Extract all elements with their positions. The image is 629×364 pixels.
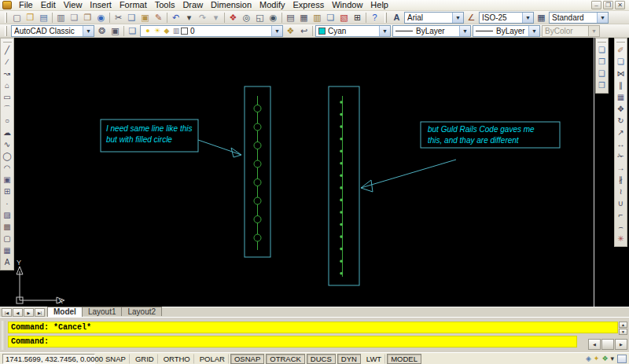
paste-icon[interactable]: ▣: [138, 12, 152, 24]
zoom-realtime-icon[interactable]: ◎: [240, 12, 253, 24]
move-icon[interactable]: ✥: [615, 103, 627, 115]
revcloud-icon[interactable]: ☁: [2, 127, 13, 138]
chevron-down-icon[interactable]: ▼: [452, 13, 463, 23]
toolbar-grip[interactable]: [616, 41, 625, 42]
toggle-dyn[interactable]: DYN: [337, 354, 361, 364]
coordinates-readout[interactable]: 1741.5699, 432.7456, 0.0000: [2, 354, 95, 364]
chamfer-icon[interactable]: ⌐: [615, 209, 627, 221]
copy-object-icon[interactable]: ❏: [615, 56, 627, 68]
trim-icon[interactable]: ✁: [615, 150, 627, 162]
ellipse-arc-icon[interactable]: ◠: [2, 162, 13, 174]
spline-icon[interactable]: ∿: [2, 138, 13, 150]
scroll-up-icon[interactable]: ▲: [619, 322, 627, 328]
break-at-point-icon[interactable]: ∦: [615, 174, 627, 186]
tool-palettes-icon[interactable]: ▥: [311, 12, 324, 24]
rotate-icon[interactable]: ↻: [615, 115, 627, 127]
toolbar-grip[interactable]: [3, 41, 12, 42]
toggle-osnap[interactable]: OSNAP: [230, 354, 264, 364]
chevron-down-icon[interactable]: ▼: [271, 26, 282, 36]
menu-file[interactable]: File: [15, 0, 37, 10]
array-icon[interactable]: ▦: [615, 91, 627, 103]
scale-icon[interactable]: ↗: [615, 127, 627, 138]
plot-preview-icon[interactable]: ❏: [68, 12, 81, 24]
menu-draw[interactable]: Draw: [178, 0, 207, 10]
toolbar-grip[interactable]: [5, 13, 7, 23]
bring-to-front-icon[interactable]: ❏: [596, 44, 608, 56]
layer-plot-icon[interactable]: ▥: [171, 26, 181, 35]
scroll-left-icon[interactable]: ◀: [588, 339, 601, 350]
toolbar-grip[interactable]: [384, 13, 387, 23]
my-workspace-icon[interactable]: ▣: [109, 25, 122, 37]
table-style-combo[interactable]: Standard ▼: [549, 12, 609, 24]
tray-menu-arrow[interactable]: ▾: [610, 355, 614, 362]
offset-icon[interactable]: ∥: [615, 79, 627, 91]
polyline-icon[interactable]: ↝: [2, 68, 13, 79]
mirror-icon[interactable]: ⋈: [615, 68, 627, 79]
tab-next-button[interactable]: ▶: [24, 308, 34, 317]
toggle-polar[interactable]: POLAR: [196, 354, 229, 364]
quickcalc-icon[interactable]: ⊞: [351, 12, 364, 24]
gradient-icon[interactable]: ▩: [2, 221, 13, 233]
mtext-icon[interactable]: A: [2, 256, 13, 268]
menu-tools[interactable]: Tools: [151, 0, 179, 10]
zoom-previous-icon[interactable]: ◉: [267, 12, 280, 24]
restore-button[interactable]: ❐: [603, 1, 613, 9]
menu-view[interactable]: View: [60, 0, 86, 10]
polygon-icon[interactable]: ⌂: [2, 79, 13, 91]
workspace-settings-icon[interactable]: ❂: [95, 25, 109, 37]
match-properties-icon[interactable]: ✎: [152, 12, 165, 24]
region-icon[interactable]: ▢: [2, 233, 13, 245]
make-object-layer-current-icon[interactable]: ❖: [284, 25, 297, 37]
color-combo[interactable]: Cyan ▼: [315, 25, 391, 37]
table-icon[interactable]: ▦: [2, 245, 13, 256]
scroll-thumb[interactable]: [601, 339, 614, 350]
toggle-lwt[interactable]: LWT: [362, 354, 385, 364]
plot-icon[interactable]: ▥: [54, 12, 68, 24]
text-style-icon[interactable]: A: [390, 12, 403, 24]
command-input-line[interactable]: Command:: [8, 336, 577, 347]
designcenter-icon[interactable]: ▦: [297, 12, 311, 24]
rectangle-icon[interactable]: ▭: [2, 91, 13, 103]
command-splitter[interactable]: [2, 321, 6, 350]
stretch-icon[interactable]: ↔: [615, 138, 627, 150]
undo-dropdown-arrow[interactable]: ▾: [182, 12, 196, 24]
pan-icon[interactable]: ❖: [226, 12, 240, 24]
chevron-down-icon[interactable]: ▼: [597, 13, 608, 23]
toolbar-grip[interactable]: [5, 26, 7, 36]
tab-first-button[interactable]: |◀: [2, 308, 12, 317]
text-style-combo[interactable]: Arial ▼: [404, 12, 464, 24]
undo-icon[interactable]: ↶: [169, 12, 182, 24]
annotation-visibility-icon[interactable]: ◈: [586, 355, 591, 362]
open-icon[interactable]: ❒: [24, 12, 37, 24]
sheet-set-icon[interactable]: ❏: [324, 12, 337, 24]
ellipse-icon[interactable]: ◯: [2, 150, 13, 162]
line-icon[interactable]: ╱: [2, 44, 13, 56]
break-icon[interactable]: ≀: [615, 186, 627, 197]
dim-style-combo[interactable]: ISO-25 ▼: [479, 12, 534, 24]
layer-properties-manager-icon[interactable]: ❏: [126, 25, 139, 37]
hatch-icon[interactable]: ▨: [2, 209, 13, 221]
command-window[interactable]: Command: *Cancel* Command: ▲ ▼ ◀ ▶: [0, 317, 629, 352]
scroll-right-icon[interactable]: ▶: [615, 339, 627, 350]
menu-insert[interactable]: Insert: [86, 0, 116, 10]
web-icon[interactable]: ◉: [94, 12, 108, 24]
insert-block-icon[interactable]: ▣: [2, 174, 13, 186]
arc-icon[interactable]: ⌒: [2, 103, 13, 115]
cut-icon[interactable]: ✂: [112, 12, 125, 24]
circle-icon[interactable]: ○: [2, 115, 13, 127]
table-style-icon[interactable]: ▦: [535, 12, 548, 24]
save-icon[interactable]: ▤: [37, 12, 50, 24]
scroll-down-icon[interactable]: ▼: [619, 329, 627, 335]
zoom-window-icon[interactable]: ◱: [253, 12, 267, 24]
layer-on-icon[interactable]: ●: [143, 26, 153, 35]
chevron-down-icon[interactable]: ▼: [83, 26, 94, 36]
menu-help[interactable]: Help: [366, 0, 392, 10]
redo-dropdown-arrow[interactable]: ▾: [209, 12, 223, 24]
linetype-combo[interactable]: ByLayer ▼: [392, 25, 471, 37]
auto-scale-icon[interactable]: ✦: [594, 355, 600, 362]
copy-icon[interactable]: ❑: [125, 12, 138, 24]
layer-freeze-icon[interactable]: ☀: [153, 26, 162, 35]
command-vertical-scrollbar[interactable]: ▲ ▼: [619, 322, 627, 335]
minimize-button[interactable]: –: [591, 1, 601, 9]
send-to-back-icon[interactable]: ❐: [596, 56, 608, 68]
